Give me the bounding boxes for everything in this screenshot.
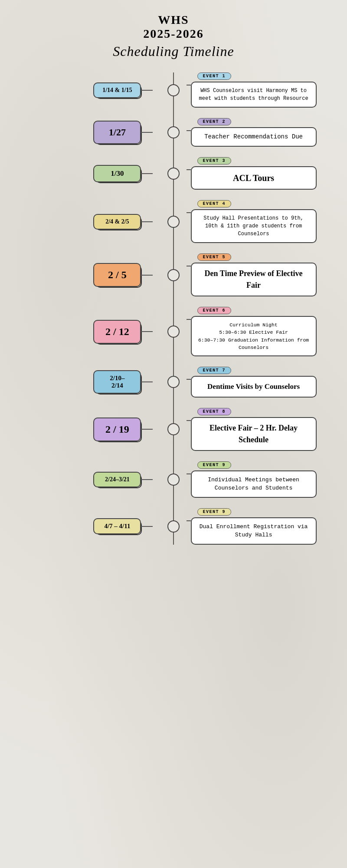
date-badge-event1: 1/14 & 1/15 xyxy=(93,82,141,98)
event-right-event5: EVENT 5 Den Time Preview of Elective Fai… xyxy=(187,253,334,296)
event-right-event3: EVENT 3 ACL Tours xyxy=(187,157,334,190)
circle-node-event5 xyxy=(167,269,180,281)
event-right-event2: EVENT 2 Teacher Recommendations Due xyxy=(187,118,334,147)
circle-node-event7 xyxy=(167,376,180,388)
event-label-event8: EVENT 8 xyxy=(197,408,232,415)
date-badge-event9: 2/24–3/21 xyxy=(93,472,141,487)
node-event9 xyxy=(160,473,186,486)
date-badge-event3: 1/30 xyxy=(93,165,141,182)
timeline-item-event5: 2 / 5 EVENT 5 Den Time Preview of Electi… xyxy=(13,253,334,296)
event-label-event5: EVENT 5 xyxy=(197,253,232,261)
event-right-event1: EVENT 1 WHS Counselors visit Harmony MS … xyxy=(187,72,334,108)
timeline-item-event8: 2 / 19 EVENT 8 Elective Fair – 2 Hr. Del… xyxy=(13,408,334,451)
date-left-event9: 2/24–3/21 xyxy=(13,472,160,487)
circle-node-event4 xyxy=(167,216,180,228)
timeline-item-event6: 2 / 12 EVENT 6 Curriculum Night 5:30–6:3… xyxy=(13,307,334,356)
title-whs: WHS xyxy=(9,13,338,27)
event-content-event9: Individual Meetings between Counselors a… xyxy=(191,470,317,498)
circle-node-event9b xyxy=(167,520,180,533)
circle-node-event3 xyxy=(167,168,180,180)
timeline-item-event4: 2/4 & 2/5 EVENT 4 Study Hall Presentatio… xyxy=(13,200,334,243)
circle-node-event8 xyxy=(167,423,180,435)
circle-node-event6 xyxy=(167,326,180,338)
date-left-event8: 2 / 19 xyxy=(13,418,160,441)
title-sub: Scheduling Timeline xyxy=(9,43,338,59)
node-event1 xyxy=(160,84,186,96)
timeline-container: 1/14 & 1/15 EVENT 1 WHS Counselors visit… xyxy=(9,72,338,545)
event-right-event9b: EVENT 9 Dual Enrollment Registration via… xyxy=(187,508,334,545)
date-badge-event4: 2/4 & 2/5 xyxy=(93,214,141,230)
circle-node-event2 xyxy=(167,126,180,138)
date-left-event6: 2 / 12 xyxy=(13,320,160,344)
event-content-event7: Dentime Visits by Counselors xyxy=(191,376,317,398)
timeline-item-event7: 2/10–2/14 EVENT 7 Dentime Visits by Coun… xyxy=(13,367,334,398)
node-event5 xyxy=(160,269,186,281)
date-left-event1: 1/14 & 1/15 xyxy=(13,82,160,98)
circle-node-event9 xyxy=(167,473,180,486)
event-content-event2: Teacher Recommendations Due xyxy=(191,127,317,147)
date-badge-event8: 2 / 19 xyxy=(93,418,141,441)
event-label-event3: EVENT 3 xyxy=(197,157,232,164)
event-right-event6: EVENT 6 Curriculum Night 5:30–6:30 Elect… xyxy=(187,307,334,356)
event-label-event7: EVENT 7 xyxy=(197,367,232,374)
page-header: WHS 2025-2026 Scheduling Timeline xyxy=(9,13,338,59)
timeline-item-event3: 1/30 EVENT 3 ACL Tours xyxy=(13,157,334,190)
date-left-event3: 1/30 xyxy=(13,165,160,182)
date-left-event5: 2 / 5 xyxy=(13,263,160,287)
node-event3 xyxy=(160,168,186,180)
event-content-event1: WHS Counselors visit Harmony MS to meet … xyxy=(191,82,317,108)
circle-node-event1 xyxy=(167,84,180,96)
event-right-event7: EVENT 7 Dentime Visits by Counselors xyxy=(187,367,334,398)
event-right-event8: EVENT 8 Elective Fair – 2 Hr. Delay Sche… xyxy=(187,408,334,451)
date-left-event2: 1/27 xyxy=(13,121,160,144)
node-event7 xyxy=(160,376,186,388)
timeline-item-event9: 2/24–3/21 EVENT 9 Individual Meetings be… xyxy=(13,461,334,498)
event-label-event4: EVENT 4 xyxy=(197,200,232,207)
node-event6 xyxy=(160,326,186,338)
date-badge-event9b: 4/7 – 4/11 xyxy=(93,518,141,534)
timeline-item-event9b: 4/7 – 4/11 EVENT 9 Dual Enrollment Regis… xyxy=(13,508,334,545)
event-content-event6: Curriculum Night 5:30–6:30 Elective Fair… xyxy=(191,316,317,356)
event-content-event4: Study Hall Presentations to 9th, 10th & … xyxy=(191,209,317,243)
date-badge-event7: 2/10–2/14 xyxy=(93,370,141,394)
event-right-event4: EVENT 4 Study Hall Presentations to 9th,… xyxy=(187,200,334,243)
node-event9b xyxy=(160,520,186,533)
node-event8 xyxy=(160,423,186,435)
event-label-event9b: EVENT 9 xyxy=(197,508,232,516)
event-label-event9: EVENT 9 xyxy=(197,461,232,469)
event-content-event9b: Dual Enrollment Registration via Study H… xyxy=(191,517,317,545)
event-content-event3: ACL Tours xyxy=(191,166,317,190)
event-label-event6: EVENT 6 xyxy=(197,307,232,314)
event-label-event1: EVENT 1 xyxy=(197,72,232,80)
date-badge-event2: 1/27 xyxy=(93,121,141,144)
date-left-event4: 2/4 & 2/5 xyxy=(13,214,160,230)
date-badge-event6: 2 / 12 xyxy=(93,320,141,344)
timeline-item-event1: 1/14 & 1/15 EVENT 1 WHS Counselors visit… xyxy=(13,72,334,108)
event-content-event8: Elective Fair – 2 Hr. Delay Schedule xyxy=(191,417,317,451)
date-left-event7: 2/10–2/14 xyxy=(13,370,160,394)
event-label-event2: EVENT 2 xyxy=(197,118,232,125)
title-year: 2025-2026 xyxy=(9,27,338,41)
date-badge-event5: 2 / 5 xyxy=(93,263,141,287)
node-event2 xyxy=(160,126,186,138)
node-event4 xyxy=(160,216,186,228)
date-left-event9b: 4/7 – 4/11 xyxy=(13,518,160,534)
timeline-item-event2: 1/27 EVENT 2 Teacher Recommendations Due xyxy=(13,118,334,147)
event-right-event9: EVENT 9 Individual Meetings between Coun… xyxy=(187,461,334,498)
event-content-event5: Den Time Preview of Elective Fair xyxy=(191,263,317,296)
